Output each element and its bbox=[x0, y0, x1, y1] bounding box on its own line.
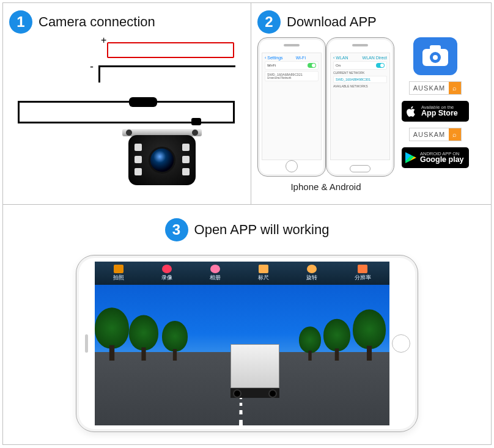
speaker-icon bbox=[352, 44, 368, 46]
panel1-title: Camera connection bbox=[39, 14, 155, 30]
toolbar-ruler[interactable]: 标尺 bbox=[258, 265, 269, 282]
resolution-icon bbox=[358, 265, 367, 273]
home-button-icon bbox=[286, 160, 298, 172]
back-label: ‹ Settings bbox=[265, 56, 283, 60]
led-icon bbox=[182, 156, 190, 163]
app-store-badge[interactable]: Available on the App Store bbox=[402, 101, 469, 122]
ruler-icon bbox=[259, 265, 268, 273]
apple-icon bbox=[405, 105, 418, 117]
panel2-heading: 2 Download APP bbox=[257, 10, 485, 34]
tree-icon bbox=[299, 328, 321, 361]
phones-caption: Iphone & Android bbox=[257, 182, 394, 192]
tab-label: 相册 bbox=[210, 274, 221, 282]
iphone-mockup: ‹ Settings Wi-Fi Wi-Fi SWD_160A68A89C321 bbox=[257, 37, 326, 177]
cable bbox=[18, 101, 234, 103]
black-wire bbox=[98, 65, 235, 67]
auskam-tag-appstore: AUSKAM ⌕ bbox=[409, 81, 462, 95]
android-mockup: ‹ WLAN WLAN Direct On CURRENT NETWORK SW… bbox=[326, 37, 394, 177]
wifi-toggle-row: Wi-Fi bbox=[265, 61, 319, 70]
cable bbox=[18, 122, 191, 123]
camera-unit bbox=[125, 129, 199, 188]
google-large: Google play bbox=[420, 156, 464, 164]
wifi-label: Wi-Fi bbox=[267, 64, 276, 67]
led-icon bbox=[182, 144, 190, 151]
panel-open-app: 3 Open APP will working 拍照 录像 相册 标尺 旋转 分… bbox=[3, 205, 491, 444]
iphone-screen: ‹ Settings Wi-Fi Wi-Fi SWD_160A68A89C321 bbox=[262, 53, 322, 160]
section-label: CURRENT NETWORK bbox=[333, 71, 387, 75]
screen-title: Wi-Fi bbox=[296, 56, 306, 60]
network-row: SWD_160A68A89C321 Unsecured Network bbox=[265, 71, 319, 81]
appstore-large: App Store bbox=[421, 109, 458, 117]
album-icon bbox=[210, 265, 220, 273]
home-button-icon bbox=[350, 165, 370, 172]
toggle-on-icon bbox=[376, 63, 385, 68]
avail-label: AVAILABLE NETWORKS bbox=[333, 84, 387, 88]
cable bbox=[18, 101, 20, 123]
tab-label: 录像 bbox=[161, 274, 172, 282]
speaker-icon bbox=[284, 44, 300, 46]
camera-lens-icon bbox=[149, 147, 175, 174]
truck-icon bbox=[230, 344, 279, 400]
top-row: 1 Camera connection + - bbox=[3, 3, 491, 205]
network-sub: Unsecured Network bbox=[267, 76, 292, 79]
camera-body bbox=[128, 135, 196, 185]
transmitter-module bbox=[129, 97, 157, 107]
toolbar-photo[interactable]: 拍照 bbox=[113, 265, 124, 282]
app-toolbar: 拍照 录像 相册 标尺 旋转 分辨率 bbox=[95, 262, 389, 285]
panel1-heading: 1 Camera connection bbox=[9, 10, 245, 34]
app-screen: 拍照 录像 相册 标尺 旋转 分辨率 bbox=[95, 262, 389, 425]
svg-rect-1 bbox=[430, 45, 441, 51]
instruction-diagram: 1 Camera connection + - bbox=[2, 2, 492, 445]
google-play-badge[interactable]: ANDROID APP ON Google play bbox=[402, 147, 469, 168]
toolbar-album[interactable]: 相册 bbox=[210, 265, 221, 282]
network-row: SWD_160A88498C301 bbox=[333, 76, 387, 83]
led-icon bbox=[182, 168, 190, 175]
black-wire-down bbox=[98, 65, 100, 83]
landscape-phone-mockup: 拍照 录像 相册 标尺 旋转 分辨率 bbox=[76, 255, 418, 432]
tab-label: 拍照 bbox=[113, 274, 124, 282]
search-icon: ⌕ bbox=[449, 82, 461, 94]
phones-column: ‹ Settings Wi-Fi Wi-Fi SWD_160A68A89C321 bbox=[257, 37, 394, 192]
tree-icon bbox=[129, 317, 158, 361]
phones-pair: ‹ Settings Wi-Fi Wi-Fi SWD_160A68A89C321 bbox=[257, 37, 394, 177]
wiring-diagram: + - bbox=[9, 37, 241, 196]
step-number-1: 1 bbox=[9, 10, 32, 34]
wlan-direct: WLAN Direct bbox=[363, 56, 387, 60]
record-icon bbox=[162, 265, 172, 273]
led-icon bbox=[135, 168, 142, 175]
tree-icon bbox=[162, 322, 188, 361]
rotate-icon bbox=[307, 265, 317, 273]
cable bbox=[201, 122, 235, 123]
speaker-icon bbox=[85, 334, 88, 353]
toolbar-resolution[interactable]: 分辨率 bbox=[355, 265, 371, 282]
camera-icon bbox=[114, 265, 124, 273]
auskam-tag-play: AUSKAM ⌕ bbox=[409, 128, 462, 141]
google-play-icon bbox=[405, 152, 416, 163]
panel-download-app: 2 Download APP ‹ Settings Wi-Fi bbox=[251, 3, 491, 204]
connector-plug bbox=[191, 118, 201, 125]
tree-icon bbox=[95, 309, 129, 361]
minus-label: - bbox=[90, 61, 94, 73]
red-wire bbox=[107, 42, 234, 58]
panel2-content: ‹ Settings Wi-Fi Wi-Fi SWD_160A68A89C321 bbox=[257, 37, 485, 192]
cable bbox=[233, 101, 235, 123]
svg-point-3 bbox=[433, 55, 438, 60]
tab-label: 分辨率 bbox=[355, 274, 371, 282]
step-number-2: 2 bbox=[257, 10, 281, 34]
on-label: On bbox=[336, 64, 341, 67]
step-number-3: 3 bbox=[165, 218, 188, 241]
toolbar-record[interactable]: 录像 bbox=[161, 265, 172, 282]
camera-feed-scene bbox=[95, 285, 389, 425]
auskam-text: AUSKAM bbox=[410, 84, 449, 92]
network-name: SWD_160A88498C301 bbox=[336, 78, 370, 81]
tab-label: 标尺 bbox=[258, 274, 269, 282]
camera-app-icon bbox=[421, 44, 449, 68]
app-links-column: AUSKAM ⌕ Available on the App Store AUSK… bbox=[402, 37, 469, 168]
panel-camera-connection: 1 Camera connection + - bbox=[3, 3, 251, 204]
panel2-title: Download APP bbox=[287, 14, 377, 30]
search-icon: ⌕ bbox=[449, 128, 461, 141]
led-icon bbox=[135, 156, 142, 163]
tab-label: 旋转 bbox=[306, 274, 317, 282]
toolbar-rotate[interactable]: 旋转 bbox=[306, 265, 317, 282]
auskam-app-icon bbox=[413, 37, 457, 75]
